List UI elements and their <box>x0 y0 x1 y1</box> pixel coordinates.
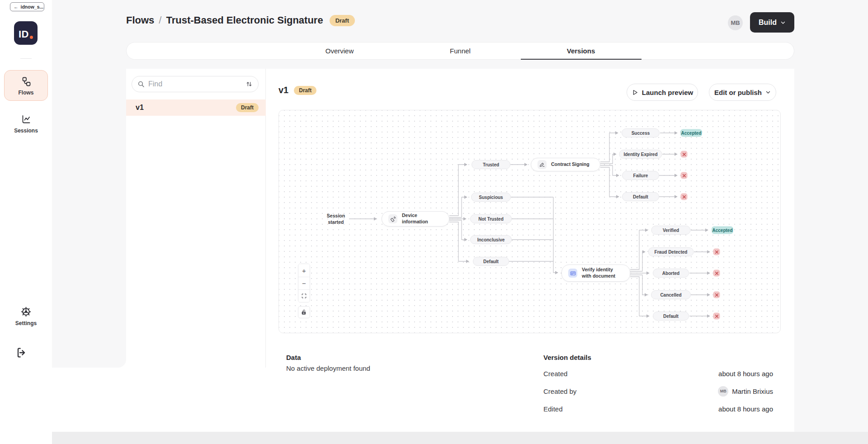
sidebar-divider <box>20 58 32 59</box>
device-icon <box>388 214 397 223</box>
user-avatar[interactable]: MB <box>728 15 743 30</box>
version-details-title: Version details <box>543 354 773 361</box>
sidebar-item-flows[interactable]: Flows <box>4 70 48 101</box>
creator-avatar: MB <box>718 386 728 397</box>
status-badge: Draft <box>330 15 355 26</box>
rejected-badge[interactable] <box>681 151 688 158</box>
fit-view-button[interactable] <box>298 289 310 302</box>
rejected-badge[interactable] <box>713 313 720 320</box>
logo-dot <box>30 36 33 39</box>
x-icon <box>682 195 686 198</box>
flow-node-label: Verify identity with document <box>582 267 623 279</box>
accepted-badge[interactable]: Accepted <box>712 227 733 234</box>
sidebar-item-settings[interactable]: Settings <box>4 301 48 331</box>
flow-canvas[interactable]: Session started Device information Contr… <box>278 110 781 333</box>
flow-node-verify-identity[interactable]: Verify identity with document <box>561 265 630 282</box>
rejected-badge[interactable] <box>681 194 688 200</box>
outcome-pill-cancelled[interactable]: Cancelled <box>651 290 691 299</box>
signature-icon <box>538 160 547 169</box>
detail-row-created-by: Created by MB Martin Brixius <box>543 386 773 397</box>
app-window: ← idnow_s... ID Flows Sessions <box>0 0 868 444</box>
sessions-icon <box>21 114 32 125</box>
idnow-logo[interactable]: ID <box>14 21 38 45</box>
chevron-down-icon <box>780 20 786 25</box>
page-title: Trust-Based Electronic Signature <box>166 14 323 26</box>
outcome-pill-trusted[interactable]: Trusted <box>472 160 510 169</box>
version-detail-title: v1 <box>278 85 288 95</box>
outcome-pill-default[interactable]: Default <box>653 312 689 321</box>
launch-preview-button[interactable]: Launch preview <box>627 84 698 101</box>
creator-name: Martin Brixius <box>732 387 773 395</box>
sidebar-item-label: Settings <box>15 320 37 326</box>
canvas-controls: + − <box>298 264 310 302</box>
outcome-pill-fraud-detected[interactable]: Fraud Detected <box>648 247 694 256</box>
version-list-item-v1[interactable]: v1 Draft <box>126 99 266 116</box>
data-section-message: No active deployment found <box>286 364 370 372</box>
lock-button[interactable] <box>298 306 310 318</box>
outcome-pill-success[interactable]: Success <box>622 128 660 137</box>
logout-button[interactable] <box>15 346 28 359</box>
search-input[interactable] <box>148 80 242 88</box>
edit-or-publish-button[interactable]: Edit or publish <box>709 84 776 101</box>
bottom-strip <box>52 432 868 444</box>
breadcrumb-separator: / <box>159 14 161 26</box>
version-name: v1 <box>136 104 144 112</box>
flow-node-label: Contract Signing <box>551 161 590 168</box>
rejected-badge[interactable] <box>713 292 720 298</box>
outcome-pill-suspicious[interactable]: Suspicious <box>471 193 511 202</box>
flow-node-contract-signing[interactable]: Contract Signing <box>531 158 600 171</box>
version-search[interactable] <box>132 76 259 92</box>
detail-value: MB Martin Brixius <box>718 386 773 397</box>
outcome-pill-verified[interactable]: Verified <box>651 226 691 235</box>
sidebar-item-sessions[interactable]: Sessions <box>4 109 48 138</box>
left-gutter <box>52 69 126 368</box>
tab-overview[interactable]: Overview <box>279 43 400 59</box>
outcome-pill-failure[interactable]: Failure <box>622 171 659 180</box>
tab-versions[interactable]: Versions <box>521 43 642 59</box>
launch-preview-label: Launch preview <box>642 89 693 96</box>
detail-label: Edited <box>543 405 563 413</box>
versions-list-panel: v1 Draft <box>126 69 266 368</box>
browser-tab-label: idnow_s... <box>21 4 44 9</box>
play-icon <box>632 89 638 96</box>
flow-node-device-information[interactable]: Device information <box>382 211 449 227</box>
back-arrow-icon: ← <box>14 4 19 9</box>
browser-back-tab[interactable]: ← idnow_s... <box>10 2 44 11</box>
edit-or-publish-label: Edit or publish <box>714 89 762 96</box>
zoom-out-button[interactable]: − <box>298 277 310 289</box>
detail-label: Created by <box>543 387 576 395</box>
search-icon <box>137 80 145 88</box>
flow-connectors <box>279 110 781 333</box>
x-icon <box>715 314 718 318</box>
sidebar-item-label: Flows <box>18 90 33 96</box>
rejected-badge[interactable] <box>713 249 720 255</box>
outcome-pill-identity-expired[interactable]: Identity Expired <box>619 150 662 159</box>
fit-view-icon <box>301 293 307 299</box>
outcome-pill-inconclusive[interactable]: Inconclusive <box>470 235 512 244</box>
right-gutter <box>794 69 868 432</box>
x-icon <box>715 271 718 275</box>
rejected-badge[interactable] <box>681 172 688 179</box>
zoom-in-button[interactable]: + <box>298 264 310 277</box>
detail-value: about 8 hours ago <box>718 370 773 378</box>
build-button[interactable]: Build <box>750 12 794 33</box>
x-icon <box>715 250 718 254</box>
data-section: Data No active deployment found <box>286 354 370 372</box>
flow-node-label: Device information <box>402 213 443 225</box>
detail-label: Created <box>543 370 567 378</box>
breadcrumb-flows-link[interactable]: Flows <box>126 14 154 26</box>
chevron-down-icon <box>765 90 771 95</box>
sidebar-item-label: Sessions <box>14 128 38 134</box>
version-detail-status-badge: Draft <box>294 86 316 95</box>
outcome-pill-aborted[interactable]: Aborted <box>653 269 689 278</box>
sort-icon[interactable] <box>245 80 253 88</box>
accepted-badge[interactable]: Accepted <box>680 129 702 137</box>
tab-funnel[interactable]: Funnel <box>400 43 521 59</box>
rejected-badge[interactable] <box>713 270 720 277</box>
logo-text: ID <box>19 29 29 39</box>
breadcrumb: Flows / Trust-Based Electronic Signature… <box>126 13 355 28</box>
outcome-pill-default[interactable]: Default <box>622 192 659 201</box>
outcome-pill-default[interactable]: Default <box>473 257 509 266</box>
outcome-pill-not-trusted[interactable]: Not Trusted <box>470 214 512 223</box>
version-details-section: Version details Created about 8 hours ag… <box>543 354 773 414</box>
